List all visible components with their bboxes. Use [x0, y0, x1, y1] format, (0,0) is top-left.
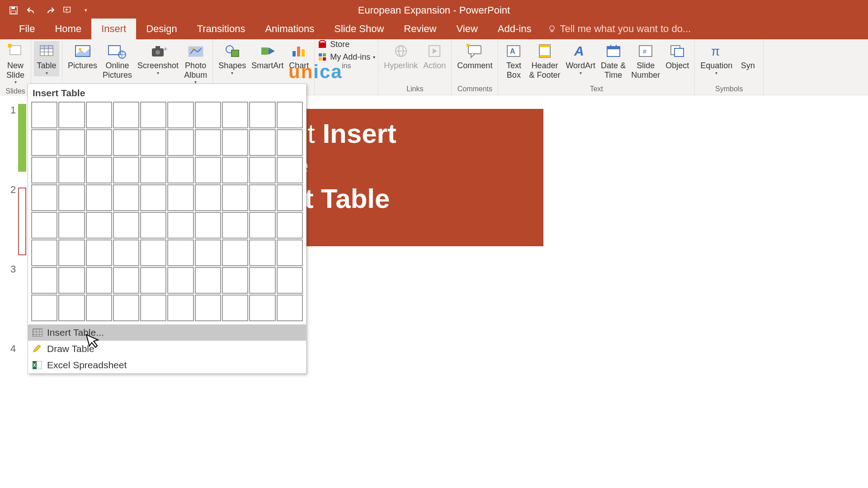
grid-cell[interactable]	[113, 211, 140, 239]
tab-design[interactable]: Design	[136, 19, 187, 39]
grid-cell[interactable]	[194, 101, 222, 129]
grid-cell[interactable]	[167, 184, 194, 211]
grid-cell[interactable]	[167, 156, 194, 184]
grid-cell[interactable]	[276, 294, 303, 322]
slide-number-button[interactable]: #Slide Number	[628, 41, 663, 80]
grid-cell[interactable]	[194, 239, 222, 267]
grid-cell[interactable]	[85, 294, 113, 322]
grid-cell[interactable]	[113, 129, 140, 156]
grid-cell[interactable]	[276, 129, 303, 156]
photo-album-button[interactable]: Photo Album▾	[181, 41, 210, 85]
thumb-1[interactable]: 1	[10, 104, 16, 116]
grid-cell[interactable]	[58, 211, 85, 239]
grid-cell[interactable]	[140, 184, 167, 211]
grid-cell[interactable]	[140, 129, 167, 156]
grid-cell[interactable]	[31, 267, 58, 294]
shapes-button[interactable]: Shapes▾	[216, 41, 249, 76]
grid-cell[interactable]	[31, 211, 58, 239]
grid-cell[interactable]	[85, 156, 113, 184]
tab-home[interactable]: Home	[45, 19, 91, 39]
tab-animations[interactable]: Animations	[255, 19, 324, 39]
comment-button[interactable]: Comment	[454, 41, 495, 71]
action-button[interactable]: Action	[420, 41, 448, 71]
symbol-button[interactable]: Syn	[735, 41, 760, 71]
thumb-3[interactable]: 3	[10, 263, 16, 275]
grid-cell[interactable]	[222, 267, 249, 294]
tab-insert[interactable]: Insert	[91, 19, 136, 39]
equation-button[interactable]: πEquation▾	[698, 41, 735, 76]
tab-file[interactable]: File	[9, 19, 45, 39]
grid-cell[interactable]	[276, 156, 303, 184]
grid-cell[interactable]	[58, 267, 85, 294]
text-box-button[interactable]: AText Box	[501, 41, 526, 80]
grid-cell[interactable]	[222, 101, 249, 129]
grid-cell[interactable]	[58, 239, 85, 267]
thumb-2[interactable]: 2	[10, 184, 16, 196]
grid-cell[interactable]	[85, 211, 113, 239]
excel-spreadsheet-menu-item[interactable]: X Excel Spreadsheet	[28, 357, 306, 373]
grid-cell[interactable]	[140, 239, 167, 267]
table-button[interactable]: Table ▾	[34, 41, 59, 76]
tell-me-search[interactable]: Tell me what you want to do...	[541, 19, 698, 39]
date-time-button[interactable]: Date & Time	[598, 41, 628, 80]
grid-cell[interactable]	[167, 267, 194, 294]
grid-cell[interactable]	[58, 294, 85, 322]
tab-slideshow[interactable]: Slide Show	[324, 19, 394, 39]
grid-cell[interactable]	[249, 184, 276, 211]
grid-cell[interactable]	[167, 294, 194, 322]
undo-icon[interactable]	[27, 6, 36, 15]
grid-cell[interactable]	[249, 267, 276, 294]
grid-cell[interactable]	[249, 211, 276, 239]
grid-cell[interactable]	[222, 211, 249, 239]
grid-cell[interactable]	[31, 101, 58, 129]
grid-cell[interactable]	[140, 211, 167, 239]
customize-qat-icon[interactable]: ▾	[81, 6, 90, 15]
grid-cell[interactable]	[194, 294, 222, 322]
grid-cell[interactable]	[167, 129, 194, 156]
grid-cell[interactable]	[249, 129, 276, 156]
grid-cell[interactable]	[58, 156, 85, 184]
grid-cell[interactable]	[222, 239, 249, 267]
redo-icon[interactable]	[45, 6, 54, 15]
grid-cell[interactable]	[167, 239, 194, 267]
grid-cell[interactable]	[222, 156, 249, 184]
grid-cell[interactable]	[85, 239, 113, 267]
grid-cell[interactable]	[85, 184, 113, 211]
new-slide-button[interactable]: New Slide ▾	[3, 41, 28, 85]
grid-cell[interactable]	[85, 267, 113, 294]
screenshot-button[interactable]: +Screenshot▾	[135, 41, 181, 76]
grid-cell[interactable]	[222, 184, 249, 211]
grid-cell[interactable]	[194, 267, 222, 294]
grid-cell[interactable]	[276, 211, 303, 239]
grid-cell[interactable]	[113, 101, 140, 129]
tab-addins[interactable]: Add-ins	[488, 19, 542, 39]
my-addins-button[interactable]: My Add-ins▾	[317, 52, 375, 62]
grid-cell[interactable]	[113, 156, 140, 184]
grid-cell[interactable]	[85, 101, 113, 129]
grid-cell[interactable]	[249, 239, 276, 267]
grid-cell[interactable]	[31, 239, 58, 267]
store-button[interactable]: Store	[317, 39, 375, 49]
grid-cell[interactable]	[31, 294, 58, 322]
grid-cell[interactable]	[222, 294, 249, 322]
grid-cell[interactable]	[222, 129, 249, 156]
start-from-beginning-icon[interactable]	[63, 6, 72, 15]
grid-cell[interactable]	[113, 294, 140, 322]
grid-cell[interactable]	[194, 129, 222, 156]
online-pictures-button[interactable]: Online Pictures	[100, 41, 135, 80]
grid-cell[interactable]	[167, 101, 194, 129]
grid-cell[interactable]	[140, 267, 167, 294]
save-icon[interactable]	[9, 6, 18, 15]
grid-cell[interactable]	[31, 129, 58, 156]
table-grid-picker[interactable]: // placeholder, grid built below	[28, 101, 306, 324]
wordart-button[interactable]: AWordArt▾	[563, 41, 598, 76]
grid-cell[interactable]	[113, 184, 140, 211]
grid-cell[interactable]	[85, 129, 113, 156]
grid-cell[interactable]	[194, 211, 222, 239]
smartart-button[interactable]: SmartArt	[249, 41, 286, 71]
grid-cell[interactable]	[58, 129, 85, 156]
header-footer-button[interactable]: Header & Footer	[526, 41, 563, 80]
thumb-4[interactable]: 4	[10, 343, 16, 355]
grid-cell[interactable]	[276, 239, 303, 267]
grid-cell[interactable]	[140, 156, 167, 184]
